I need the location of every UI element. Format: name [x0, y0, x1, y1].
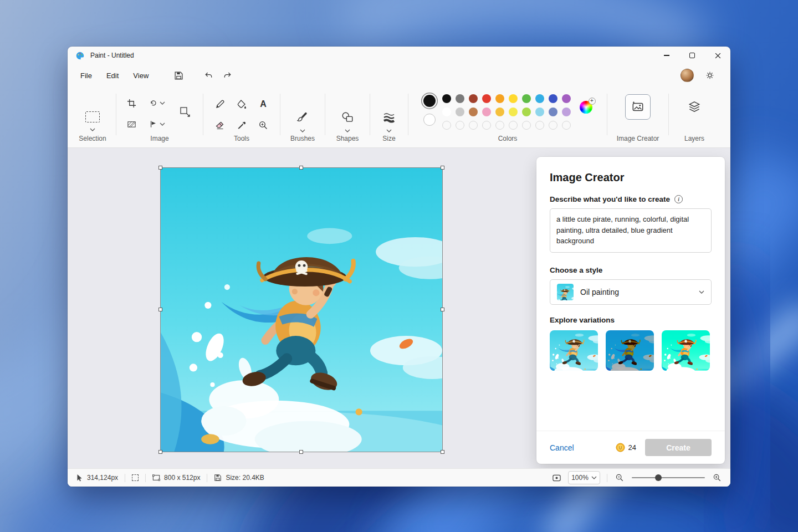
- color-swatch[interactable]: [549, 108, 557, 116]
- color-swatch[interactable]: [535, 94, 544, 103]
- minimize-icon: [664, 55, 669, 55]
- color-swatch[interactable]: [495, 94, 504, 103]
- ribbon-divider: [280, 94, 280, 135]
- settings-button[interactable]: [700, 67, 719, 84]
- redo-button[interactable]: [218, 67, 237, 84]
- zoom-level-dropdown[interactable]: 100%: [568, 471, 600, 484]
- menu-view[interactable]: View: [126, 68, 156, 84]
- user-avatar[interactable]: [681, 69, 694, 82]
- empty-color-swatch[interactable]: [482, 121, 491, 130]
- palette-row-2: [442, 108, 571, 116]
- selection-handle-n[interactable]: [299, 166, 303, 170]
- zoom-fit-button[interactable]: [551, 472, 562, 484]
- color-swatch[interactable]: [482, 108, 491, 116]
- selection-handle-ne[interactable]: [441, 166, 444, 170]
- text-tool-button[interactable]: A: [253, 94, 273, 114]
- color-swatch[interactable]: [509, 94, 518, 103]
- variation-image-2: [606, 330, 654, 371]
- color-swatch[interactable]: [495, 108, 504, 116]
- variation-thumbnail-1[interactable]: [550, 330, 598, 371]
- color-swatch[interactable]: [469, 94, 478, 103]
- color-swatch[interactable]: [522, 94, 531, 103]
- zoom-in-button[interactable]: [712, 472, 723, 483]
- color-swatch[interactable]: [442, 108, 451, 116]
- variation-image-3: [662, 330, 710, 371]
- empty-color-swatch[interactable]: [456, 121, 464, 130]
- prompt-input[interactable]: a little cute pirate, running, colorful,…: [550, 208, 712, 253]
- variations-row: [550, 330, 712, 371]
- rotate-button[interactable]: [144, 94, 170, 112]
- statusbar-right: 100%: [551, 471, 723, 484]
- secondary-color-swatch[interactable]: [423, 114, 436, 126]
- shapes-section-label: Shapes: [327, 135, 368, 142]
- flip-button[interactable]: [144, 115, 170, 133]
- empty-color-swatch[interactable]: [562, 121, 571, 130]
- hatch-pattern-icon: [127, 120, 136, 129]
- close-button[interactable]: [705, 47, 730, 64]
- style-value: Oil painting: [580, 288, 619, 296]
- eraser-tool-button[interactable]: [210, 115, 230, 135]
- fill-pattern-button[interactable]: [122, 115, 140, 133]
- save-button[interactable]: [169, 67, 188, 84]
- color-swatch[interactable]: [549, 94, 557, 103]
- color-swatch[interactable]: [442, 94, 451, 103]
- selection-handle-e[interactable]: [441, 308, 444, 311]
- cancel-button[interactable]: Cancel: [550, 443, 574, 452]
- color-picker-tool-button[interactable]: [232, 115, 252, 135]
- color-swatch[interactable]: [469, 108, 478, 116]
- chevron-down-icon: [160, 101, 165, 105]
- canvas-area[interactable]: Image Creator Describe what you'd like t…: [68, 147, 730, 468]
- selected-image[interactable]: [161, 168, 442, 452]
- file-size-status: Size: 20.4KB: [214, 474, 264, 482]
- color-swatch[interactable]: [522, 108, 531, 116]
- color-swatch[interactable]: [456, 94, 464, 103]
- style-dropdown[interactable]: Oil painting: [550, 279, 712, 305]
- primary-color-swatch[interactable]: [423, 95, 436, 107]
- zoom-out-button[interactable]: [614, 472, 625, 483]
- empty-color-swatch[interactable]: [469, 121, 478, 130]
- variation-thumbnail-3[interactable]: [662, 330, 710, 371]
- color-swatch[interactable]: [535, 108, 544, 116]
- pencil-tool-button[interactable]: [210, 94, 230, 114]
- status-divider: [207, 474, 207, 482]
- resize-button[interactable]: [173, 100, 197, 124]
- zoom-slider[interactable]: [632, 477, 705, 478]
- empty-color-swatch[interactable]: [495, 121, 504, 130]
- close-icon: [715, 53, 721, 59]
- minimize-button[interactable]: [654, 47, 679, 64]
- canvas-size-value: 800 x 512px: [164, 474, 200, 482]
- add-color-icon: [589, 98, 596, 105]
- color-swatch[interactable]: [482, 94, 491, 103]
- maximize-button[interactable]: [679, 47, 705, 64]
- selection-handle-sw[interactable]: [158, 450, 162, 454]
- fill-tool-button[interactable]: [232, 94, 252, 114]
- empty-color-swatch[interactable]: [535, 121, 544, 130]
- menu-file[interactable]: File: [73, 68, 99, 84]
- color-swatch[interactable]: [562, 108, 571, 116]
- zoom-in-icon: [713, 473, 722, 482]
- empty-color-swatch[interactable]: [549, 121, 557, 130]
- color-swatch[interactable]: [509, 108, 518, 116]
- zoom-slider-thumb[interactable]: [655, 474, 662, 481]
- color-swatch[interactable]: [562, 94, 571, 103]
- selection-handle-se[interactable]: [441, 450, 444, 454]
- image-creator-button[interactable]: [625, 94, 651, 120]
- menu-edit[interactable]: Edit: [99, 68, 126, 84]
- color-swatch[interactable]: [456, 108, 464, 116]
- empty-color-swatch[interactable]: [522, 121, 531, 130]
- create-button[interactable]: Create: [645, 439, 712, 456]
- layers-button[interactable]: [683, 95, 706, 119]
- selection-handle-w[interactable]: [158, 308, 162, 311]
- crop-button[interactable]: [122, 94, 140, 112]
- info-icon[interactable]: [674, 195, 683, 203]
- magnifier-tool-button[interactable]: [253, 115, 273, 135]
- ribbon-section-layers: Layers: [671, 86, 718, 147]
- style-thumbnail: [557, 284, 574, 300]
- shapes-icon: [341, 111, 354, 124]
- variation-thumbnail-2[interactable]: [606, 330, 654, 371]
- empty-color-swatch[interactable]: [509, 121, 518, 130]
- empty-color-swatch[interactable]: [442, 121, 451, 130]
- selection-handle-s[interactable]: [299, 450, 303, 454]
- undo-button[interactable]: [199, 67, 218, 84]
- selection-handle-nw[interactable]: [158, 166, 162, 170]
